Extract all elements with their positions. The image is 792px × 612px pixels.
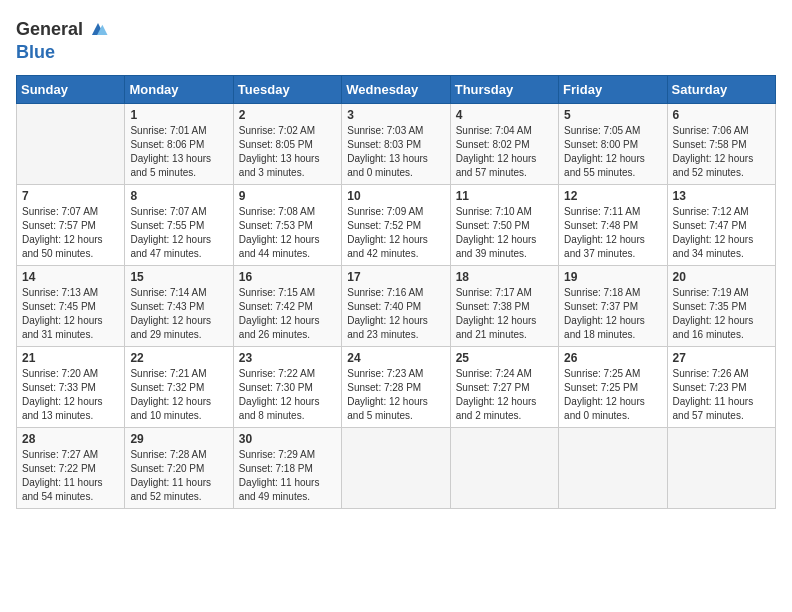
- day-number: 10: [347, 189, 444, 203]
- day-info: Sunrise: 7:17 AM Sunset: 7:38 PM Dayligh…: [456, 286, 553, 342]
- day-number: 21: [22, 351, 119, 365]
- day-number: 23: [239, 351, 336, 365]
- calendar-cell: 16Sunrise: 7:15 AM Sunset: 7:42 PM Dayli…: [233, 266, 341, 347]
- day-header-tuesday: Tuesday: [233, 76, 341, 104]
- day-number: 28: [22, 432, 119, 446]
- calendar-cell: 3Sunrise: 7:03 AM Sunset: 8:03 PM Daylig…: [342, 104, 450, 185]
- day-info: Sunrise: 7:26 AM Sunset: 7:23 PM Dayligh…: [673, 367, 770, 423]
- day-info: Sunrise: 7:19 AM Sunset: 7:35 PM Dayligh…: [673, 286, 770, 342]
- calendar-cell: 9Sunrise: 7:08 AM Sunset: 7:53 PM Daylig…: [233, 185, 341, 266]
- day-number: 13: [673, 189, 770, 203]
- logo-blue-text: Blue: [16, 42, 55, 62]
- calendar-cell: [450, 428, 558, 509]
- day-number: 12: [564, 189, 661, 203]
- day-number: 22: [130, 351, 227, 365]
- calendar-cell: 13Sunrise: 7:12 AM Sunset: 7:47 PM Dayli…: [667, 185, 775, 266]
- day-header-friday: Friday: [559, 76, 667, 104]
- day-number: 3: [347, 108, 444, 122]
- day-info: Sunrise: 7:22 AM Sunset: 7:30 PM Dayligh…: [239, 367, 336, 423]
- day-number: 18: [456, 270, 553, 284]
- calendar-week-row: 28Sunrise: 7:27 AM Sunset: 7:22 PM Dayli…: [17, 428, 776, 509]
- calendar-week-row: 7Sunrise: 7:07 AM Sunset: 7:57 PM Daylig…: [17, 185, 776, 266]
- calendar-cell: 30Sunrise: 7:29 AM Sunset: 7:18 PM Dayli…: [233, 428, 341, 509]
- day-info: Sunrise: 7:23 AM Sunset: 7:28 PM Dayligh…: [347, 367, 444, 423]
- day-number: 1: [130, 108, 227, 122]
- calendar-cell: 27Sunrise: 7:26 AM Sunset: 7:23 PM Dayli…: [667, 347, 775, 428]
- day-header-saturday: Saturday: [667, 76, 775, 104]
- day-number: 26: [564, 351, 661, 365]
- day-info: Sunrise: 7:25 AM Sunset: 7:25 PM Dayligh…: [564, 367, 661, 423]
- calendar-cell: 10Sunrise: 7:09 AM Sunset: 7:52 PM Dayli…: [342, 185, 450, 266]
- day-number: 15: [130, 270, 227, 284]
- calendar-cell: 17Sunrise: 7:16 AM Sunset: 7:40 PM Dayli…: [342, 266, 450, 347]
- calendar-cell: 21Sunrise: 7:20 AM Sunset: 7:33 PM Dayli…: [17, 347, 125, 428]
- day-number: 7: [22, 189, 119, 203]
- calendar-cell: 29Sunrise: 7:28 AM Sunset: 7:20 PM Dayli…: [125, 428, 233, 509]
- calendar-cell: 1Sunrise: 7:01 AM Sunset: 8:06 PM Daylig…: [125, 104, 233, 185]
- day-number: 9: [239, 189, 336, 203]
- day-info: Sunrise: 7:02 AM Sunset: 8:05 PM Dayligh…: [239, 124, 336, 180]
- day-info: Sunrise: 7:21 AM Sunset: 7:32 PM Dayligh…: [130, 367, 227, 423]
- day-info: Sunrise: 7:16 AM Sunset: 7:40 PM Dayligh…: [347, 286, 444, 342]
- day-info: Sunrise: 7:13 AM Sunset: 7:45 PM Dayligh…: [22, 286, 119, 342]
- day-number: 19: [564, 270, 661, 284]
- day-info: Sunrise: 7:11 AM Sunset: 7:48 PM Dayligh…: [564, 205, 661, 261]
- calendar-cell: [17, 104, 125, 185]
- calendar-cell: [667, 428, 775, 509]
- day-info: Sunrise: 7:14 AM Sunset: 7:43 PM Dayligh…: [130, 286, 227, 342]
- day-info: Sunrise: 7:03 AM Sunset: 8:03 PM Dayligh…: [347, 124, 444, 180]
- calendar-cell: 14Sunrise: 7:13 AM Sunset: 7:45 PM Dayli…: [17, 266, 125, 347]
- day-number: 25: [456, 351, 553, 365]
- calendar-week-row: 14Sunrise: 7:13 AM Sunset: 7:45 PM Dayli…: [17, 266, 776, 347]
- calendar-cell: 6Sunrise: 7:06 AM Sunset: 7:58 PM Daylig…: [667, 104, 775, 185]
- day-header-wednesday: Wednesday: [342, 76, 450, 104]
- day-header-monday: Monday: [125, 76, 233, 104]
- day-info: Sunrise: 7:12 AM Sunset: 7:47 PM Dayligh…: [673, 205, 770, 261]
- day-info: Sunrise: 7:24 AM Sunset: 7:27 PM Dayligh…: [456, 367, 553, 423]
- calendar-cell: 22Sunrise: 7:21 AM Sunset: 7:32 PM Dayli…: [125, 347, 233, 428]
- calendar-cell: 12Sunrise: 7:11 AM Sunset: 7:48 PM Dayli…: [559, 185, 667, 266]
- calendar-cell: 2Sunrise: 7:02 AM Sunset: 8:05 PM Daylig…: [233, 104, 341, 185]
- day-number: 6: [673, 108, 770, 122]
- calendar-cell: 11Sunrise: 7:10 AM Sunset: 7:50 PM Dayli…: [450, 185, 558, 266]
- day-info: Sunrise: 7:10 AM Sunset: 7:50 PM Dayligh…: [456, 205, 553, 261]
- calendar-cell: 7Sunrise: 7:07 AM Sunset: 7:57 PM Daylig…: [17, 185, 125, 266]
- day-header-sunday: Sunday: [17, 76, 125, 104]
- day-info: Sunrise: 7:04 AM Sunset: 8:02 PM Dayligh…: [456, 124, 553, 180]
- page-header: GeneralBlue: [16, 16, 776, 63]
- calendar-table: SundayMondayTuesdayWednesdayThursdayFrid…: [16, 75, 776, 509]
- day-number: 17: [347, 270, 444, 284]
- logo-general-text: General: [16, 19, 83, 40]
- day-info: Sunrise: 7:27 AM Sunset: 7:22 PM Dayligh…: [22, 448, 119, 504]
- day-info: Sunrise: 7:07 AM Sunset: 7:57 PM Dayligh…: [22, 205, 119, 261]
- day-info: Sunrise: 7:18 AM Sunset: 7:37 PM Dayligh…: [564, 286, 661, 342]
- calendar-cell: 20Sunrise: 7:19 AM Sunset: 7:35 PM Dayli…: [667, 266, 775, 347]
- calendar-cell: [559, 428, 667, 509]
- calendar-cell: 24Sunrise: 7:23 AM Sunset: 7:28 PM Dayli…: [342, 347, 450, 428]
- calendar-cell: 18Sunrise: 7:17 AM Sunset: 7:38 PM Dayli…: [450, 266, 558, 347]
- calendar-cell: 4Sunrise: 7:04 AM Sunset: 8:02 PM Daylig…: [450, 104, 558, 185]
- logo-icon: [85, 16, 111, 42]
- logo: GeneralBlue: [16, 16, 113, 63]
- day-number: 11: [456, 189, 553, 203]
- calendar-cell: 8Sunrise: 7:07 AM Sunset: 7:55 PM Daylig…: [125, 185, 233, 266]
- calendar-week-row: 1Sunrise: 7:01 AM Sunset: 8:06 PM Daylig…: [17, 104, 776, 185]
- calendar-cell: [342, 428, 450, 509]
- day-info: Sunrise: 7:07 AM Sunset: 7:55 PM Dayligh…: [130, 205, 227, 261]
- day-number: 30: [239, 432, 336, 446]
- day-info: Sunrise: 7:29 AM Sunset: 7:18 PM Dayligh…: [239, 448, 336, 504]
- day-number: 4: [456, 108, 553, 122]
- calendar-cell: 28Sunrise: 7:27 AM Sunset: 7:22 PM Dayli…: [17, 428, 125, 509]
- day-info: Sunrise: 7:05 AM Sunset: 8:00 PM Dayligh…: [564, 124, 661, 180]
- calendar-cell: 26Sunrise: 7:25 AM Sunset: 7:25 PM Dayli…: [559, 347, 667, 428]
- calendar-cell: 5Sunrise: 7:05 AM Sunset: 8:00 PM Daylig…: [559, 104, 667, 185]
- day-number: 24: [347, 351, 444, 365]
- day-info: Sunrise: 7:08 AM Sunset: 7:53 PM Dayligh…: [239, 205, 336, 261]
- day-number: 14: [22, 270, 119, 284]
- calendar-cell: 25Sunrise: 7:24 AM Sunset: 7:27 PM Dayli…: [450, 347, 558, 428]
- day-info: Sunrise: 7:15 AM Sunset: 7:42 PM Dayligh…: [239, 286, 336, 342]
- calendar-header-row: SundayMondayTuesdayWednesdayThursdayFrid…: [17, 76, 776, 104]
- day-number: 16: [239, 270, 336, 284]
- day-number: 20: [673, 270, 770, 284]
- day-info: Sunrise: 7:01 AM Sunset: 8:06 PM Dayligh…: [130, 124, 227, 180]
